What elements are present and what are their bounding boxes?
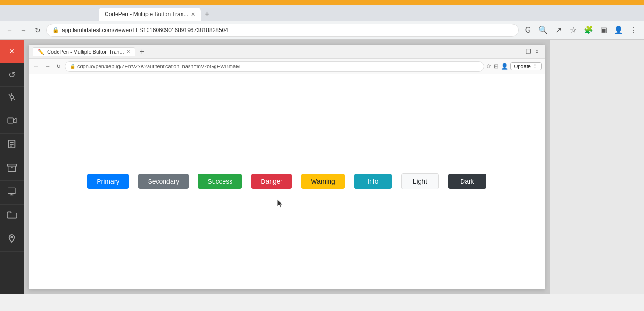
dark-button[interactable]: Dark (448, 174, 486, 189)
embedded-tab-favicon: ✏️ (38, 49, 44, 55)
warning-button[interactable]: Warning (301, 174, 345, 189)
window-close-button[interactable]: × (533, 48, 541, 56)
folder-icon (7, 211, 17, 221)
embedded-tab-active[interactable]: ✏️ CodePen - Multiple Button Tran... × (33, 47, 135, 56)
svg-marker-6 (13, 118, 16, 123)
svg-rect-13 (8, 188, 16, 193)
google-icon[interactable]: G (521, 24, 535, 37)
embedded-tab-close-icon[interactable]: × (127, 49, 130, 55)
sidebar-item-folder[interactable] (0, 205, 24, 228)
info-button[interactable]: Info (354, 174, 392, 189)
emb-address-text: cdpn.io/pen/debug/ZEmvZxK?authentication… (77, 64, 240, 69)
address-bar[interactable]: 🔒 app.lambdatest.com/viewer/TES101606090… (46, 24, 519, 37)
video-icon (7, 117, 17, 127)
browser-chrome: CodePen - Multiple Button Tran... × + ← … (0, 5, 644, 40)
emb-lock-icon: 🔒 (70, 64, 75, 69)
tab-close-icon[interactable]: × (191, 10, 195, 18)
menu-icon[interactable]: ⋮ (627, 24, 640, 37)
sidebar-item-back[interactable]: ↺ (0, 63, 24, 87)
search-icon[interactable]: 🔍 (537, 24, 550, 37)
lock-icon: 🔒 (52, 27, 59, 33)
light-button[interactable]: Light (401, 173, 439, 189)
close-session-button[interactable]: × (0, 40, 24, 63)
new-tab-button[interactable]: + (201, 8, 214, 21)
emb-back-button[interactable]: ← (32, 62, 41, 71)
emb-forward-button[interactable]: → (43, 62, 52, 71)
reload-button[interactable]: ↻ (32, 25, 43, 36)
share-icon[interactable]: ↗ (552, 24, 565, 37)
emb-update-button[interactable]: Update ⋮ (510, 62, 542, 70)
embedded-titlebar: ✏️ CodePen - Multiple Button Tran... × +… (29, 45, 545, 59)
star-icon[interactable]: ☆ (567, 24, 580, 37)
back-button[interactable]: ← (4, 25, 15, 36)
embedded-content: Primary Secondary Success Danger Warning… (29, 74, 545, 289)
embedded-addressbar: ← → ↻ 🔒 cdpn.io/pen/debug/ZEmvZxK?authen… (29, 59, 545, 74)
pages-icon (8, 139, 16, 151)
sidebar-item-location[interactable] (0, 228, 24, 252)
minimize-button[interactable]: – (516, 48, 524, 56)
emb-address-bar[interactable]: 🔒 cdpn.io/pen/debug/ZEmvZxK?authenticati… (65, 61, 484, 72)
sidebar-toggle-icon[interactable]: ▣ (597, 24, 610, 37)
primary-button[interactable]: Primary (87, 174, 129, 189)
sidebar-item-bug[interactable] (0, 87, 24, 110)
address-text: app.lambdatest.com/viewer/TES10160609016… (62, 27, 228, 33)
extensions-icon[interactable]: 🧩 (582, 24, 595, 37)
lt-sidebar: × ↺ (0, 40, 24, 294)
cursor-indicator (276, 198, 286, 212)
svg-rect-5 (8, 118, 13, 123)
embedded-browser-area: ✏️ CodePen - Multiple Button Tran... × +… (24, 40, 550, 294)
danger-button[interactable]: Danger (251, 174, 292, 189)
embedded-new-tab-button[interactable]: + (138, 48, 146, 56)
embedded-window-controls: – ❐ × (516, 48, 541, 56)
svg-point-0 (10, 96, 14, 99)
browser-addressbar: ← → ↻ 🔒 app.lambdatest.com/viewer/TES101… (0, 21, 644, 40)
right-panel (550, 40, 644, 294)
forward-button[interactable]: → (18, 25, 29, 36)
browser-tab-active[interactable]: CodePen - Multiple Button Tran... × (99, 8, 201, 21)
update-chevron-icon: ⋮ (532, 63, 537, 69)
tab-title: CodePen - Multiple Button Tran... (105, 11, 188, 17)
sidebar-item-video[interactable] (0, 110, 24, 134)
svg-rect-11 (8, 164, 16, 166)
emb-star-icon[interactable]: ☆ (486, 63, 492, 70)
sidebar-item-box[interactable] (0, 157, 24, 181)
secondary-button[interactable]: Secondary (138, 174, 189, 189)
browser-tabs: CodePen - Multiple Button Tran... × + (0, 5, 644, 21)
svg-line-3 (9, 94, 10, 95)
browser-actions: G 🔍 ↗ ☆ 🧩 ▣ 👤 ⋮ (521, 24, 640, 37)
emb-reload-button[interactable]: ↻ (54, 62, 63, 71)
success-button[interactable]: Success (198, 174, 242, 189)
emb-view-icon[interactable]: ⊞ (494, 63, 499, 70)
svg-line-4 (14, 99, 15, 100)
outer-layout: × ↺ (0, 40, 644, 294)
embedded-tab-title: CodePen - Multiple Button Tran... (47, 49, 124, 55)
back-icon: ↺ (8, 70, 16, 80)
top-bar (0, 0, 644, 5)
emb-actions: ☆ ⊞ 👤 Update ⋮ (486, 62, 542, 70)
close-icon: × (9, 47, 15, 57)
box-icon (7, 163, 17, 175)
emb-user-icon[interactable]: 👤 (501, 63, 508, 70)
profile-icon[interactable]: 👤 (612, 24, 625, 37)
monitor-icon (7, 187, 17, 198)
update-label: Update (514, 64, 531, 69)
sidebar-item-monitor[interactable] (0, 181, 24, 205)
bug-icon (7, 92, 17, 104)
buttons-row: Primary Secondary Success Danger Warning… (87, 173, 486, 189)
embedded-window: ✏️ CodePen - Multiple Button Tran... × +… (28, 44, 545, 289)
svg-point-16 (11, 236, 13, 238)
location-icon (8, 234, 16, 246)
restore-button[interactable]: ❐ (525, 48, 532, 56)
sidebar-item-pages[interactable] (0, 134, 24, 157)
